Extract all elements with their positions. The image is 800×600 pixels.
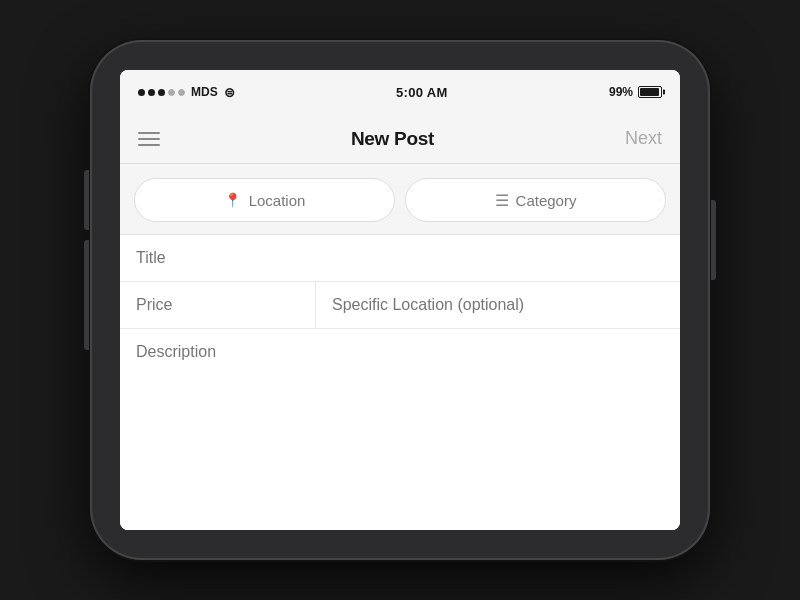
wifi-icon: ⊜ (224, 85, 235, 100)
price-location-row (120, 282, 680, 329)
hamburger-line-3 (138, 144, 160, 146)
price-input-label (120, 282, 316, 328)
status-bar: MDS ⊜ 5:00 AM 99% (120, 70, 680, 114)
status-left: MDS ⊜ (138, 85, 235, 100)
form-area (120, 235, 680, 530)
location-pin-icon: 📍 (224, 192, 241, 208)
next-button[interactable]: Next (625, 128, 662, 149)
status-time: 5:00 AM (396, 85, 447, 100)
battery-icon (638, 86, 662, 98)
battery-body (638, 86, 662, 98)
carrier-name: MDS (191, 85, 218, 99)
signal-dot-1 (138, 89, 145, 96)
page-title: New Post (351, 128, 434, 150)
title-input[interactable] (136, 249, 664, 267)
menu-button[interactable] (138, 132, 160, 146)
specific-location-input[interactable] (332, 296, 664, 314)
description-field-row (120, 329, 680, 530)
phone-frame: MDS ⊜ 5:00 AM 99% New Post Next (90, 40, 710, 560)
category-button[interactable]: ☰ Category (405, 178, 666, 222)
status-right: 99% (609, 85, 662, 99)
price-input[interactable] (136, 296, 299, 314)
signal-dot-4 (168, 89, 175, 96)
location-label: Location (249, 192, 306, 209)
content-area: 📍 Location ☰ Category (120, 164, 680, 530)
category-label: Category (516, 192, 577, 209)
hamburger-line-2 (138, 138, 160, 140)
specific-location-field (316, 282, 680, 328)
signal-dot-2 (148, 89, 155, 96)
screen: MDS ⊜ 5:00 AM 99% New Post Next (120, 70, 680, 530)
signal-dot-5 (178, 89, 185, 96)
battery-percent: 99% (609, 85, 633, 99)
signal-dot-3 (158, 89, 165, 96)
location-button[interactable]: 📍 Location (134, 178, 395, 222)
nav-bar: New Post Next (120, 114, 680, 164)
description-input[interactable] (136, 343, 664, 361)
title-field-row (120, 235, 680, 282)
signal-dots (138, 89, 185, 96)
category-icon: ☰ (495, 191, 508, 210)
hamburger-line-1 (138, 132, 160, 134)
filter-row: 📍 Location ☰ Category (120, 164, 680, 235)
battery-fill (640, 88, 659, 96)
